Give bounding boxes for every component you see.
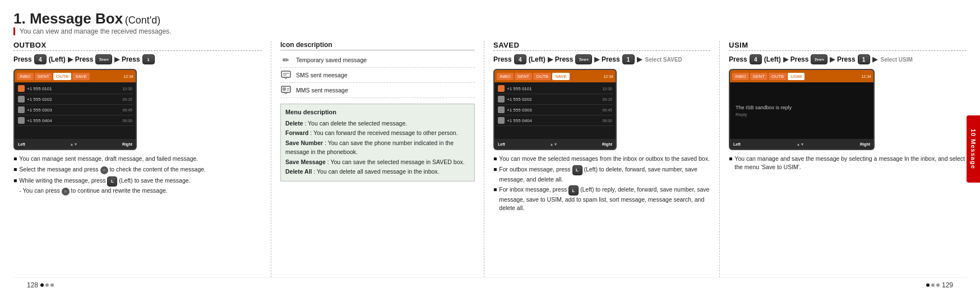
icon-desc-title: Icon description: [280, 41, 475, 50]
sms-sent-label: SMS sent meesage: [296, 72, 348, 78]
svg-rect-0: [281, 71, 290, 77]
outbox-section: OUTBOX Press 4 (Left) ▶ Press 7pqrs ▶ Pr…: [13, 41, 271, 277]
outbox-phone-screen: INBO SENT OUTB SAVE 12:34 +1 555 0101: [13, 69, 137, 150]
usim-press-row: Press 4 (Left) ▶ Press 7pqrs ▶ Press 1 ▶…: [729, 54, 967, 64]
list-item: +1 555 0202 09:15: [17, 94, 133, 105]
temp-save-icon: ✏: [280, 54, 292, 66]
saved-bullets: ■ You can move the selected messages fro…: [493, 155, 710, 212]
mms-sent-icon: [280, 85, 292, 96]
usim-screen-body: The ISB sandbox is reply Reply: [730, 82, 873, 139]
press-text-1: Press: [13, 55, 32, 63]
bullet-2: ■ Select the message and press ○ to chec…: [13, 165, 262, 174]
saved-phone-list: +1 555 0101 10:30 +1 555 0202 09:15 +1 5…: [494, 82, 616, 139]
phone-screen-tabs: INBO SENT OUTB SAVE 12:34: [15, 70, 136, 82]
saved-label: SAVED: [493, 41, 710, 51]
icon-row-3: MMS sent message: [280, 83, 475, 98]
usim-bullet-1: ■ You can manage and save the message by…: [729, 155, 967, 171]
key-7-usim: 7pqrs: [811, 54, 827, 64]
tab-sent: SENT: [35, 73, 52, 80]
page-footer: 128 129: [13, 277, 967, 292]
saved-phone-bottom: Left ▲▼ Right: [494, 139, 616, 149]
list-item: +1 555 0404 08:00: [17, 115, 133, 126]
outbox-bullets: ■ You can manage sent message, draft mes…: [13, 155, 262, 195]
outbox-press-row: Press 4 (Left) ▶ Press 7pqrs ▶ Press 1: [13, 54, 262, 64]
saved-press-row: Press 4 (Left) ▶ Press 7pqrs ▶ Press 1 ▶…: [493, 54, 710, 64]
saved-bullet-2: ■ For outbox message, press L (Left) to …: [493, 165, 710, 184]
tab-outb: OUTB: [53, 73, 71, 80]
usim-section: USIM Press 4 (Left) ▶ Press 7pqrs ▶ Pres…: [720, 41, 967, 277]
menu-desc-title: Menu description: [285, 108, 470, 117]
list-item: +1 555 0101 10:30: [17, 83, 133, 94]
menu-save-message: Save Message : You can save the selected…: [285, 158, 470, 167]
key-4-saved: 4: [514, 54, 526, 64]
select-usim-label: Select USIM: [881, 57, 913, 63]
sms-sent-icon: [280, 69, 292, 81]
select-saved-label: Select SAVED: [645, 57, 682, 63]
sidebar-tab: 10 Message: [967, 115, 980, 183]
description-section: Icon description ✏ Temporary saved messa…: [271, 41, 484, 277]
usim-phone-tabs: INBO SENT OUTB USIM 12:34: [730, 70, 873, 82]
tab-save: SAVE: [72, 73, 90, 80]
menu-forward: Forward : You can forward the received m…: [285, 129, 470, 138]
saved-list-item: +1 555 0202 09:15: [497, 94, 613, 105]
usim-phone-screen: INBO SENT OUTB USIM 12:34 The ISB sandbo…: [729, 69, 875, 150]
usim-phone-bottom: Left ▲▼ Right: [730, 139, 873, 149]
key-1-usim: 1: [858, 54, 870, 64]
menu-delete: Delete : You can delete the selected mes…: [285, 119, 470, 128]
saved-phone-tabs: INBO SENT OUTB SAVE 12:34: [494, 70, 616, 82]
key-4-outbox: 4: [34, 54, 47, 64]
svg-rect-2: [283, 87, 286, 91]
phone-bottom-bar: Left ▲▼ Right: [15, 139, 136, 149]
list-item: +1 555 0303 08:45: [17, 105, 133, 115]
page-subtitle: You can view and manage the received mes…: [13, 27, 967, 35]
icon-row-2: SMS sent meesage: [280, 68, 475, 83]
outbox-label: OUTBOX: [13, 41, 262, 51]
usim-label: USIM: [729, 41, 967, 51]
menu-save-number: Save Number : You can save the phone num…: [285, 139, 470, 157]
key-7-saved: 7pqrs: [575, 54, 591, 64]
tab-inbo: INBO: [17, 73, 34, 80]
icon-description: Icon description ✏ Temporary saved messa…: [280, 41, 475, 98]
saved-phone-screen: INBO SENT OUTB SAVE 12:34 +1 555 0101: [493, 69, 617, 150]
phone-list: +1 555 0101 10:30 +1 555 0202 09:15 +1 5…: [15, 82, 136, 139]
saved-section: SAVED Press 4 (Left) ▶ Press 7pqrs ▶ Pre…: [484, 41, 720, 277]
key-7-outbox: 7pqrs: [95, 54, 112, 64]
key-4-usim: 4: [750, 54, 762, 64]
usim-screen-text: The ISB sandbox is reply: [736, 105, 792, 110]
right-page-num: 129: [926, 281, 953, 289]
icon-row-1: ✏ Temporary saved message: [280, 53, 475, 68]
left-page-num: 128: [27, 281, 54, 289]
menu-description: Menu description Delete : You can delete…: [280, 104, 475, 181]
usim-bullets: ■ You can manage and save the message by…: [729, 155, 967, 171]
saved-list-item: +1 555 0101 10:30: [497, 83, 613, 94]
mms-sent-label: MMS sent message: [296, 87, 348, 94]
saved-bullet-3: ■ For inbox message, press L (Left) to r…: [493, 185, 710, 212]
saved-list-item: +1 555 0303 08:45: [497, 105, 613, 115]
page-title: 1. Message Box (Cont'd): [13, 10, 967, 27]
key-1-outbox: 1: [142, 54, 155, 64]
bullet-1: ■ You can manage sent message, draft mes…: [13, 155, 262, 163]
saved-list-item: +1 555 0404 08:00: [497, 115, 613, 126]
temp-save-label: Temporary saved message: [296, 57, 367, 63]
bullet-3: ■ While writing the message, press L (Le…: [13, 176, 262, 195]
key-1-saved: 1: [622, 54, 635, 64]
saved-bullet-1: ■ You can move the selected messages fro…: [493, 155, 710, 163]
menu-delete-all: Delete All : You can delete all saved me…: [285, 167, 470, 176]
